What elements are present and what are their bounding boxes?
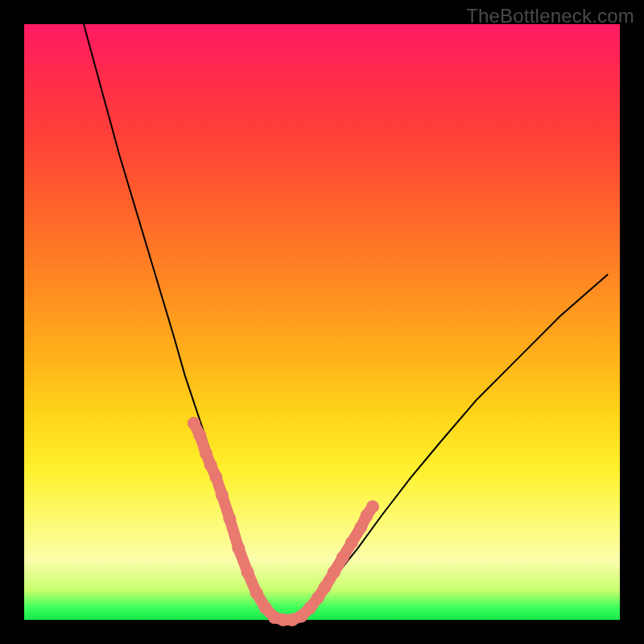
marker-dot [345, 536, 358, 549]
marker-layer [188, 417, 379, 626]
marker-dot [216, 489, 229, 502]
marker-dot [366, 500, 379, 513]
marker-dot [242, 566, 254, 579]
marker-dot [250, 587, 263, 600]
plot-svg [24, 24, 620, 620]
marker-dot [303, 601, 316, 614]
marker-dot [209, 470, 222, 483]
marker-dot [204, 459, 217, 472]
marker-dot [188, 417, 200, 430]
marker-dot [232, 542, 245, 555]
chart-frame: TheBottleneck.com [0, 0, 644, 644]
marker-dot [354, 521, 367, 534]
marker-dot [193, 429, 206, 442]
marker-dot [319, 580, 332, 593]
marker-dot [200, 447, 213, 460]
marker-dot [223, 512, 236, 525]
plot-area [24, 24, 620, 620]
marker-dot [328, 566, 341, 579]
marker-dot [259, 601, 272, 614]
bottleneck-curve [84, 24, 608, 620]
marker-dot [336, 551, 349, 564]
marker-dot [312, 592, 324, 605]
